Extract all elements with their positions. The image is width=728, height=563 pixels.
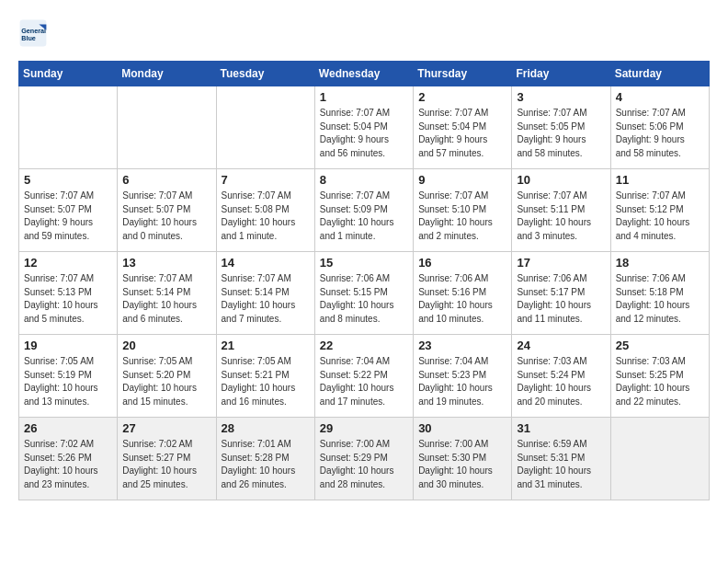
day-number: 16 [418,256,506,270]
svg-text:Blue: Blue [21,34,36,42]
calendar-cell: 1Sunrise: 7:07 AM Sunset: 5:04 PM Daylig… [314,86,413,169]
day-number: 26 [24,421,112,435]
calendar-cell: 21Sunrise: 7:05 AM Sunset: 5:21 PM Dayli… [216,335,314,418]
weekday-saturday: Saturday [610,62,709,86]
calendar-cell: 22Sunrise: 7:04 AM Sunset: 5:22 PM Dayli… [314,335,413,418]
calendar-cell: 30Sunrise: 7:00 AM Sunset: 5:30 PM Dayli… [414,418,512,500]
day-info: Sunrise: 7:07 AM Sunset: 5:14 PM Dayligh… [222,272,310,326]
day-number: 18 [616,256,704,270]
day-number: 9 [418,173,506,187]
day-info: Sunrise: 7:07 AM Sunset: 5:12 PM Dayligh… [616,190,704,243]
weekday-header-row: SundayMondayTuesdayWednesdayThursdayFrid… [19,62,710,86]
day-info: Sunrise: 7:07 AM Sunset: 5:14 PM Dayligh… [122,272,210,326]
day-info: Sunrise: 7:00 AM Sunset: 5:30 PM Dayligh… [418,438,506,491]
calendar-cell: 27Sunrise: 7:02 AM Sunset: 5:27 PM Dayli… [118,418,216,500]
weekday-monday: Monday [118,62,216,86]
calendar-cell: 8Sunrise: 7:07 AM Sunset: 5:09 PM Daylig… [314,169,413,252]
calendar-cell: 4Sunrise: 7:07 AM Sunset: 5:06 PM Daylig… [610,86,709,169]
weekday-sunday: Sunday [19,62,118,86]
calendar-cell: 17Sunrise: 7:06 AM Sunset: 5:17 PM Dayli… [512,252,610,335]
day-number: 6 [122,173,210,187]
day-info: Sunrise: 7:01 AM Sunset: 5:28 PM Dayligh… [222,438,310,491]
logo: General Blue [18,18,51,48]
day-number: 28 [222,421,310,435]
day-number: 21 [222,339,310,352]
calendar-cell [216,86,314,169]
calendar-cell: 29Sunrise: 7:00 AM Sunset: 5:29 PM Dayli… [314,418,413,500]
day-info: Sunrise: 7:07 AM Sunset: 5:07 PM Dayligh… [24,190,112,243]
week-row-1: 5Sunrise: 7:07 AM Sunset: 5:07 PM Daylig… [19,169,710,252]
calendar-cell: 10Sunrise: 7:07 AM Sunset: 5:11 PM Dayli… [512,169,610,252]
weekday-friday: Friday [512,62,610,86]
calendar-cell [118,86,216,169]
day-number: 15 [320,256,408,270]
calendar-cell: 19Sunrise: 7:05 AM Sunset: 5:19 PM Dayli… [19,335,118,418]
calendar-cell: 25Sunrise: 7:03 AM Sunset: 5:25 PM Dayli… [610,335,709,418]
day-info: Sunrise: 7:07 AM Sunset: 5:04 PM Dayligh… [320,107,408,160]
day-info: Sunrise: 7:06 AM Sunset: 5:17 PM Dayligh… [517,272,605,326]
day-info: Sunrise: 7:07 AM Sunset: 5:07 PM Dayligh… [122,190,210,243]
calendar-cell: 14Sunrise: 7:07 AM Sunset: 5:14 PM Dayli… [216,252,314,335]
header: General Blue [18,18,710,48]
calendar-cell: 20Sunrise: 7:05 AM Sunset: 5:20 PM Dayli… [118,335,216,418]
calendar-cell: 6Sunrise: 7:07 AM Sunset: 5:07 PM Daylig… [118,169,216,252]
day-info: Sunrise: 7:05 AM Sunset: 5:21 PM Dayligh… [222,355,310,408]
calendar-cell: 12Sunrise: 7:07 AM Sunset: 5:13 PM Dayli… [19,252,118,335]
day-number: 25 [616,339,704,352]
calendar-cell: 31Sunrise: 6:59 AM Sunset: 5:31 PM Dayli… [512,418,610,500]
day-info: Sunrise: 7:07 AM Sunset: 5:13 PM Dayligh… [24,272,112,326]
calendar-cell: 11Sunrise: 7:07 AM Sunset: 5:12 PM Dayli… [610,169,709,252]
calendar-cell: 7Sunrise: 7:07 AM Sunset: 5:08 PM Daylig… [216,169,314,252]
day-info: Sunrise: 7:07 AM Sunset: 5:06 PM Dayligh… [616,107,704,160]
weekday-tuesday: Tuesday [216,62,314,86]
calendar-body: 1Sunrise: 7:07 AM Sunset: 5:04 PM Daylig… [19,86,710,500]
day-info: Sunrise: 7:06 AM Sunset: 5:18 PM Dayligh… [616,272,704,326]
day-info: Sunrise: 7:06 AM Sunset: 5:16 PM Dayligh… [418,272,506,326]
week-row-2: 12Sunrise: 7:07 AM Sunset: 5:13 PM Dayli… [19,252,710,335]
day-number: 22 [320,339,408,352]
day-number: 24 [517,339,605,352]
day-number: 13 [122,256,210,270]
calendar-cell: 9Sunrise: 7:07 AM Sunset: 5:10 PM Daylig… [414,169,512,252]
day-number: 7 [222,173,310,187]
calendar-table: SundayMondayTuesdayWednesdayThursdayFrid… [18,61,710,500]
day-number: 23 [418,339,506,352]
day-info: Sunrise: 7:05 AM Sunset: 5:20 PM Dayligh… [122,355,210,408]
calendar-cell: 13Sunrise: 7:07 AM Sunset: 5:14 PM Dayli… [118,252,216,335]
calendar-cell: 3Sunrise: 7:07 AM Sunset: 5:05 PM Daylig… [512,86,610,169]
day-info: Sunrise: 7:03 AM Sunset: 5:25 PM Dayligh… [616,355,704,408]
day-number: 12 [24,256,112,270]
calendar-cell [19,86,118,169]
day-number: 4 [616,90,704,104]
day-info: Sunrise: 7:07 AM Sunset: 5:11 PM Dayligh… [517,190,605,243]
weekday-wednesday: Wednesday [314,62,413,86]
logo-icon: General Blue [18,18,48,48]
day-number: 29 [320,421,408,435]
calendar-cell: 23Sunrise: 7:04 AM Sunset: 5:23 PM Dayli… [414,335,512,418]
day-info: Sunrise: 7:05 AM Sunset: 5:19 PM Dayligh… [24,355,112,408]
day-number: 19 [24,339,112,352]
day-number: 8 [320,173,408,187]
day-info: Sunrise: 7:07 AM Sunset: 5:09 PM Dayligh… [320,190,408,243]
calendar-cell: 5Sunrise: 7:07 AM Sunset: 5:07 PM Daylig… [19,169,118,252]
day-info: Sunrise: 7:07 AM Sunset: 5:05 PM Dayligh… [517,107,605,160]
day-info: Sunrise: 7:02 AM Sunset: 5:26 PM Dayligh… [24,438,112,491]
day-info: Sunrise: 7:02 AM Sunset: 5:27 PM Dayligh… [122,438,210,491]
day-info: Sunrise: 7:04 AM Sunset: 5:22 PM Dayligh… [320,355,408,408]
day-info: Sunrise: 6:59 AM Sunset: 5:31 PM Dayligh… [517,438,605,491]
day-info: Sunrise: 7:07 AM Sunset: 5:08 PM Dayligh… [222,190,310,243]
day-number: 1 [320,90,408,104]
day-info: Sunrise: 7:07 AM Sunset: 5:10 PM Dayligh… [418,190,506,243]
calendar-cell: 24Sunrise: 7:03 AM Sunset: 5:24 PM Dayli… [512,335,610,418]
calendar-cell: 28Sunrise: 7:01 AM Sunset: 5:28 PM Dayli… [216,418,314,500]
day-number: 3 [517,90,605,104]
day-info: Sunrise: 7:07 AM Sunset: 5:04 PM Dayligh… [418,107,506,160]
week-row-0: 1Sunrise: 7:07 AM Sunset: 5:04 PM Daylig… [19,86,710,169]
day-number: 30 [418,421,506,435]
day-number: 27 [122,421,210,435]
calendar-cell: 16Sunrise: 7:06 AM Sunset: 5:16 PM Dayli… [414,252,512,335]
day-number: 20 [122,339,210,352]
day-number: 17 [517,256,605,270]
day-info: Sunrise: 7:06 AM Sunset: 5:15 PM Dayligh… [320,272,408,326]
day-number: 5 [24,173,112,187]
